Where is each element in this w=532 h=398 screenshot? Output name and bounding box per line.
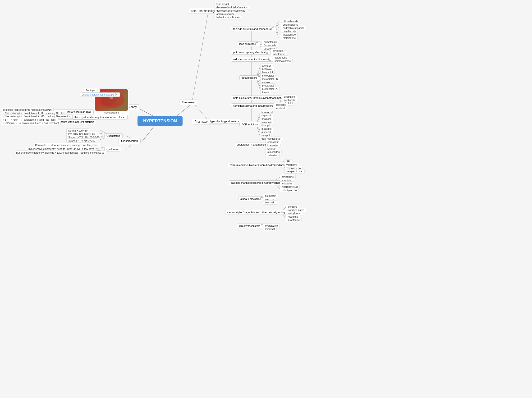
terazosin-node: terazosin xyxy=(263,200,277,205)
beta-blockers-node[interactable]: beta blockers − xyxy=(240,75,263,80)
thiazide-expand[interactable]: − xyxy=(272,27,274,30)
stage2-node: Stage 2 HTN >160/>100 xyxy=(66,139,97,143)
spironolactone-node: spironolactone xyxy=(273,59,292,63)
htn-emergency-node: Hypertensive emergency: diastolic > 120;… xyxy=(14,151,106,155)
subtopic1-node: Subtopic 1 xyxy=(84,88,100,92)
svg-line-23 xyxy=(194,104,209,121)
metolazone-node: metolazone xyxy=(281,36,298,40)
typical-antihyp-node[interactable]: typical antihypertensives xyxy=(208,119,241,124)
guanfacine-node: guanfacine xyxy=(286,218,302,222)
mind-map-canvas: HYPERTENSION The Kidney Classification T… xyxy=(0,0,532,398)
pressure-afferent-node[interactable]: Pressure within afferent arteriole xyxy=(55,120,96,124)
loop-expand[interactable]: − xyxy=(255,42,258,45)
aldosterone-rec-node[interactable]: aldosterone receptor blockers − xyxy=(231,57,273,62)
ccb-non-dihydro-node[interactable]: calcium channel blockers: non-dihydropyr… xyxy=(228,163,290,167)
qualitative-node[interactable]: Qualitative xyxy=(104,147,121,152)
central-node: HYPERTENSION xyxy=(138,116,183,126)
alpha1-blockers-node[interactable]: alpha-1 blockers − xyxy=(238,196,265,201)
behavior-mod-node: behavior modification xyxy=(215,15,242,19)
ccb-dihydro-node[interactable]: calcium channel blockers: dihydropyridin… xyxy=(229,180,286,185)
bp-down-node: ↓↓BP renin →↓↓↓ angiotensin II (and ↑ Na… xyxy=(1,121,61,125)
loop-diuretics-node[interactable]: loop diuretics − xyxy=(237,41,260,46)
classification-node[interactable]: Classification xyxy=(119,138,141,144)
nefedipine-la-node: nefedipine LA xyxy=(280,188,299,192)
combined-alpha-beta-node[interactable]: combined alpha and beta blockers − xyxy=(231,103,279,108)
treatment-label: Treatment xyxy=(182,101,195,104)
quantitative-node[interactable]: Quantitative xyxy=(104,133,123,138)
three-systems-node[interactable]: three systems for regulation of renin re… xyxy=(72,115,127,120)
direct-vasodilators-node[interactable]: direct vasodilators − xyxy=(237,224,266,228)
expand-icon[interactable]: ≡ xyxy=(115,93,118,96)
potassium-expand[interactable]: − xyxy=(266,51,268,54)
thiazide-node[interactable]: thiazide diuretics and congeners − xyxy=(231,26,276,31)
macula-densa-label: macula densa xyxy=(104,111,119,114)
alpha1-expand[interactable]: − xyxy=(260,197,263,200)
subtopic1-file[interactable]: Juxtaglomerular apparatus.jpg ≡ xyxy=(80,92,120,97)
verapamil-coer-node: verapamil coer xyxy=(285,169,305,174)
timolol-node: timolol xyxy=(260,90,271,94)
aldosterone-expand[interactable]: − xyxy=(268,58,271,61)
classification-label: Classification xyxy=(121,139,138,143)
central-label: HYPERTENSION xyxy=(143,119,177,124)
svg-line-22 xyxy=(192,10,209,102)
labetalol-node: labetalol xyxy=(274,106,287,110)
valsartan-node: valsartan xyxy=(266,153,279,158)
minoxidil-node: minoxidil xyxy=(263,227,277,231)
treatment-node[interactable]: Treatment xyxy=(179,100,197,105)
